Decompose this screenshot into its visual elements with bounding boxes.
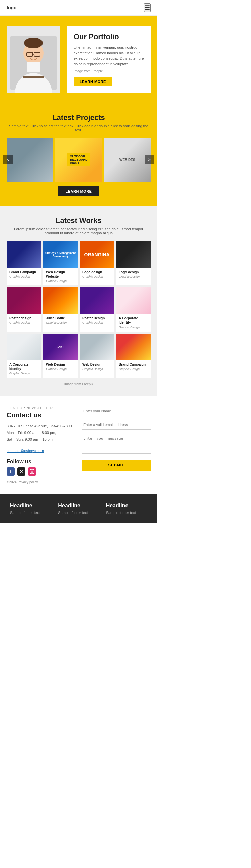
contact-title: Contact us [7,411,75,419]
latest-works-title: Latest Works [7,216,151,225]
footer-text-3: Sample footer text [106,511,147,515]
contact-email[interactable]: contacts@esbnyc.com [7,449,44,453]
footer-headline-3: Headline [106,503,147,509]
projects-learn-more-button[interactable]: LEARN MORE [58,186,99,196]
logo: logo [7,5,17,10]
work-title-6: Juice Bottle [46,316,75,320]
work-title-2: Web Design Website [46,270,75,279]
contact-form: SUBMIT [82,406,151,484]
work-category-7: Graphic Design [82,321,112,324]
contact-info: 3045 10 Sunrize Avenue, 123-456-7890 Mon… [7,423,75,443]
svg-point-12 [33,470,33,471]
work-img-4 [116,241,151,268]
work-card-1[interactable]: Brand Campaign Graphic Design [7,241,41,285]
work-card-5[interactable]: Poster design Graphic Design [7,287,41,332]
newsletter-label: JOIN OUR NEWSLETTER [7,406,75,410]
work-img-10: FAKE [43,334,77,360]
contact-message-input[interactable] [82,434,151,454]
works-image-credit: Image from Freepik [7,382,151,386]
svg-rect-5 [27,62,40,72]
work-title-5: Poster design [9,316,38,320]
work-title-11: Web Design [82,362,112,367]
work-img-9 [7,334,41,360]
work-img-6 [43,287,77,314]
work-info-8: A Corporate Identity Graphic Design [116,314,151,332]
footer: Headline Sample footer text Headline Sam… [0,494,157,523]
contact-hours-2: Sat – Sun: 9:00 am – 10 pm [7,437,53,441]
contact-email-input[interactable] [82,420,151,430]
latest-projects-subtitle: Sample text. Click to select the text bo… [7,124,151,132]
svg-rect-10 [30,470,34,474]
work-info-4: Logo design Graphic Design [116,268,151,281]
works-grid: Brand Campaign Graphic Design Strategy &… [7,241,151,378]
footer-headline-1: Headline [10,503,51,509]
work-img-12 [116,334,151,360]
work-category-9: Graphic Design [9,372,38,375]
latest-projects-section: Latest Projects Sample text. Click to se… [0,103,157,206]
work-img-11 [80,334,114,360]
hero-description: Ut enim ad minim veniam, quis nostrud ex… [74,44,144,67]
work-info-11: Web Design Graphic Design [80,360,114,373]
social-icons: f ✕ [7,467,75,475]
work-card-2[interactable]: Strategy & ManagementConsultancy Web Des… [43,241,77,285]
latest-works-subtitle: Lorem ipsum dolor sit amet, consectetur … [7,227,151,235]
work-title-10: Web Design [46,362,75,367]
work-category-10: Graphic Design [46,367,75,371]
menu-button[interactable]: ☰ [144,3,151,12]
footer-col-1: Headline Sample footer text [7,503,55,515]
hero-image-credit: Image from Freepik [74,69,144,73]
hero-content: Our Portfolio Ut enim ad minim veniam, q… [67,26,151,93]
work-card-6[interactable]: Juice Bottle Graphic Design [43,287,77,332]
work-card-10[interactable]: FAKE Web Design Graphic Design [43,334,77,378]
latest-works-section: Latest Works Lorem ipsum dolor sit amet,… [0,206,157,396]
carousel-prev-button[interactable]: < [3,155,13,164]
work-category-12: Graphic Design [119,367,148,371]
work-info-5: Poster design Graphic Design [7,314,41,327]
project-carousel: < OUTDOORBILLBOARDGmbH WEB DES > [7,138,151,182]
work-card-4[interactable]: Logo design Graphic Design [116,241,151,285]
work-category-5: Graphic Design [9,321,38,324]
work-card-8[interactable]: A Corporate Identity Graphic Design [116,287,151,332]
copyright: ©2024 Privacy policy [7,480,75,484]
work-img-2: Strategy & ManagementConsultancy [43,241,77,268]
work-card-11[interactable]: Web Design Graphic Design [80,334,114,378]
footer-text-1: Sample footer text [10,511,51,515]
work-category-1: Graphic Design [9,275,38,278]
instagram-icon[interactable] [28,467,36,475]
work-info-1: Brand Campaign Graphic Design [7,268,41,281]
work-title-12: Brand Campaign [119,362,148,367]
work-category-3: Graphic Design [82,275,112,278]
carousel-item-1 [7,138,53,182]
work-card-9[interactable]: A Corporate Identity Graphic Design [7,334,41,378]
work-info-6: Juice Bottle Graphic Design [43,314,77,327]
work-img-8 [116,287,151,314]
facebook-icon[interactable]: f [7,467,15,475]
work-title-1: Brand Campaign [9,270,38,274]
follow-us-title: Follow us [7,459,75,465]
svg-rect-6 [24,76,43,79]
carousel-item-3: WEB DES [104,138,151,182]
work-info-9: A Corporate Identity Graphic Design [7,360,41,378]
work-category-2: Graphic Design [46,279,75,283]
work-title-7: Poster Design [82,316,112,320]
work-info-12: Brand Campaign Graphic Design [116,360,151,373]
work-card-3[interactable]: ORANGINA Logo design Graphic Design [80,241,114,285]
work-info-7: Poster Design Graphic Design [80,314,114,327]
work-img-3: ORANGINA [80,241,114,268]
hero-learn-more-button[interactable]: LEARN MORE [74,77,112,86]
work-card-12[interactable]: Brand Campaign Graphic Design [116,334,151,378]
freepik-link[interactable]: Freepik [91,69,102,73]
contact-name-input[interactable] [82,406,151,416]
work-card-7[interactable]: Poster Design Graphic Design [80,287,114,332]
twitter-icon[interactable]: ✕ [18,467,25,475]
contact-section: JOIN OUR NEWSLETTER Contact us 3045 10 S… [0,396,157,494]
carousel-next-button[interactable]: > [145,155,154,164]
latest-projects-title: Latest Projects [7,113,151,122]
svg-point-4 [24,37,43,48]
work-info-2: Web Design Website Graphic Design [43,268,77,285]
footer-text-2: Sample footer text [58,511,99,515]
works-freepik-link[interactable]: Freepik [82,382,93,386]
footer-col-3: Headline Sample footer text [103,503,151,515]
work-info-3: Logo design Graphic Design [80,268,114,281]
contact-submit-button[interactable]: SUBMIT [82,460,151,470]
